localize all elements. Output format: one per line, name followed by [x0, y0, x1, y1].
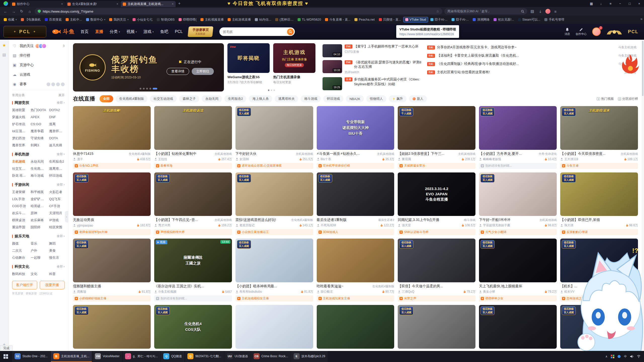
bookmark-item[interactable]: 哔哩哔哩(	[177, 17, 198, 23]
live-card[interactable]: 2023.3.31-4.2EVO JAPAN斗鱼全程直播 回顾纪篇,3.31上午…	[398, 172, 475, 235]
live-card[interactable]: 佰石协纵 百人成就	[479, 305, 557, 351]
news-item[interactable]: 热帖 分享你的4月游戏推荐!百元京东卡、游戏周边等你拿~ 斗鱼主机游戏	[427, 45, 636, 50]
stream-title[interactable]: 下午好~开船!冲冲冲	[479, 218, 538, 222]
sidebar-category[interactable]: 穿越火线	[11, 114, 29, 121]
stream-category-tag[interactable]: 主机其他游戏	[377, 152, 394, 156]
sidebar-category[interactable]: 魔兽怀旧服	[48, 128, 66, 135]
taskbar-app[interactable]: E 泼外岛桶Epic3.29	[291, 351, 328, 362]
start-button[interactable]	[0, 351, 12, 362]
pin-blue-icon[interactable]	[618, 355, 621, 358]
news-thumbnail[interactable]: 04:10	[323, 44, 342, 57]
sidebar-category[interactable]: 格斗游戏	[29, 172, 48, 179]
sidebar-category[interactable]: 卧龙:苍...	[11, 172, 29, 179]
stream-thumbnail[interactable]: 薩爾達傳說王國之淚 视频 13:44	[154, 239, 232, 282]
browser-tab[interactable]: 主机游戏直播_主机游戏... ×	[121, 1, 176, 7]
news-title[interactable]: 《蓓优妮塔起源:瑟蕾莎与迷失的恶魔》评测8分:左右互搏	[354, 60, 423, 69]
section-more-link[interactable]: 全部 ›	[57, 101, 65, 105]
stream-title[interactable]: 天上飞机最快,地上眼镜最坏	[479, 284, 557, 289]
bookmark-item[interactable]: VTube Stud	[403, 17, 428, 22]
streamer-name[interactable]: 珠大强	[560, 223, 624, 228]
sidebar-category[interactable]: QQ飞车	[48, 196, 66, 203]
site-logo[interactable]: 斗鱼	[52, 28, 75, 35]
bookmark-item[interactable]: 收藏 ▾	[2, 17, 19, 23]
stream-thumbnail[interactable]: 佰石协纵 百人成就	[560, 239, 638, 282]
main-carousel-banner[interactable]: FISHING 俄罗斯钓鱼 丰收榜 活动时间:2023-03-10 正在进行中	[73, 43, 224, 92]
sidebar-category[interactable]: 主机游戏	[11, 158, 29, 165]
sidebar-category[interactable]: 炉石传说	[11, 121, 29, 128]
streamer-name[interactable]: Biu十香	[317, 157, 381, 161]
stream-title[interactable]: 震惊!这游戏居然这么好玩!	[235, 218, 290, 222]
live-card[interactable]: 佰石协纵 百人成就 下午好好大伙 主机其他游戏	[235, 106, 313, 169]
stream-thumbnail[interactable]	[235, 305, 313, 349]
stream-title[interactable]: 【双倍】今天做个温柔的男...	[398, 284, 475, 289]
section-more-link[interactable]: 全部 ›	[57, 152, 65, 156]
news-thumbnail[interactable]: 19:25	[323, 77, 342, 90]
messages-button[interactable]: 消息	[565, 28, 570, 36]
banner-go-button[interactable]: 立即前往	[192, 68, 214, 75]
live-card[interactable]: 佰石协纵 百人成就	[560, 305, 638, 351]
scrollbar[interactable]	[641, 40, 644, 351]
banner-details-button[interactable]: 查看详情	[167, 68, 189, 75]
carousel-dot[interactable]	[273, 89, 275, 91]
sidebar-category[interactable]: 金铲铲之战	[29, 196, 48, 203]
stream-thumbnail[interactable]: 佰石协纵 百人成就	[398, 305, 475, 349]
sub-banner[interactable]: 主机游戏 热门主播 直播录像 每日实时更新 热门主机直播录像 每日实时更新	[273, 43, 315, 87]
streamer-name[interactable]: 机长VV	[560, 290, 638, 294]
sub-banner-card[interactable]: 主机游戏 热门主播 直播录像 每日实时更新	[273, 43, 315, 73]
stream-title[interactable]: 休息中71415	[73, 152, 127, 156]
stream-thumbnail[interactable]: 主机游戏!起念	[154, 106, 232, 150]
stream-category-tag[interactable]: 主机其他游戏	[539, 218, 557, 222]
stream-title[interactable]: 《塞尔达传说 王国之泪》实机...	[154, 284, 232, 289]
live-card[interactable]: 佰石协纵 百人成就 【双倍】今天做个温柔的男...	[398, 239, 475, 301]
carousel-dot[interactable]	[146, 88, 148, 89]
sidebar-category[interactable]: 美食	[48, 247, 66, 254]
taskbar-app[interactable]: UU UU加速器	[224, 351, 251, 362]
browser-avatar[interactable]	[545, 9, 550, 14]
sidebar-category[interactable]: COD手游	[11, 203, 29, 210]
bookmark-item[interactable]: 主机中...	[64, 17, 84, 23]
sidebar-category[interactable]: APEX	[29, 114, 48, 121]
tab-close-icon[interactable]: ×	[61, 2, 63, 6]
live-card[interactable]: 佰石协纵 百人成就 下午好~开船!冲冲冲 主机其他游戏	[479, 172, 557, 235]
stream-thumbnail[interactable]: 佰石协纵 百人成就	[479, 106, 557, 150]
live-card[interactable]: 佰石协纵 百人成就 天上飞机最快,地上眼镜最坏	[479, 239, 557, 301]
news-item[interactable]: 19:25 直播 多功能高速服务区+中式田园小村庄《Cities: Skylin…	[323, 77, 423, 90]
stream-thumbnail[interactable]: 佰石协纵 百人成就	[73, 239, 151, 282]
sub-banner[interactable]: Vme 即将揭晓 WeGame游戏之夜S5 3月28日 7款大作等你解锁	[227, 43, 270, 87]
bookmark-item[interactable]: 斗鱼直播 - 直...	[323, 17, 352, 23]
streamer-name[interactable]: 布布布bubububu	[235, 290, 299, 294]
streamer-name[interactable]: 斗鱼主机视频	[154, 290, 220, 294]
stream-thumbnail[interactable]: 佰石协纵 百人成就	[398, 239, 475, 282]
carousel-dot[interactable]	[153, 88, 157, 89]
category-pill[interactable]: 逃离塔科夫	[275, 95, 298, 102]
stream-thumbnail[interactable]: 佰石协纵 百人成就	[479, 172, 557, 216]
scrollbar-thumb[interactable]	[642, 41, 643, 96]
sidebar-category[interactable]: 心动舞台	[11, 254, 29, 261]
category-pill[interactable]: 怪物猎人	[366, 95, 386, 102]
sidebar-category[interactable]: 数码科技	[11, 270, 29, 278]
live-card[interactable]: 佰石协纵 百人成就 儒雅随和醋值主播	[73, 239, 151, 301]
browser-tab[interactable]: 创作中心 ×	[10, 1, 65, 7]
live-card[interactable]: 佰石协纵 千人成就 【姐姐2.5倍亲密度】下午三... 主机其他游戏	[398, 106, 475, 169]
ime-indicator[interactable]: 中	[624, 354, 627, 359]
news-title[interactable]: 【黄宇】上手机躺韩书包掌了一悲单大心坏	[354, 44, 419, 49]
stream-thumbnail[interactable]	[317, 305, 394, 349]
streamer-name[interactable]: 略略略老妖怪	[479, 157, 543, 161]
carousel-dot[interactable]	[143, 88, 145, 89]
screenshot-icon[interactable]: ▨	[529, 9, 535, 14]
stream-category-tag[interactable]: 主机其他游戏	[621, 152, 638, 156]
live-card[interactable]: 佰石协纵 百人成就 【小奶团】下午四点见~音... 主机其他游戏	[154, 172, 232, 235]
stream-thumbnail[interactable]: 佰石协纵 百人成就	[235, 106, 313, 150]
taskbar-app[interactable]: VM VoiceMeeter	[92, 351, 122, 362]
bookmark-item[interactable]: 主机视频直播	[199, 17, 225, 23]
nav-item[interactable]: 首页	[80, 29, 89, 34]
bookmark-item[interactable]: TL-WDR5620	[296, 17, 323, 22]
section-link[interactable]: 分区排行榜	[618, 97, 638, 101]
stream-title[interactable]: ⚡斗鱼第一画质⚡钻粉永久...	[317, 152, 376, 156]
sidebar-action-button[interactable]: 我要开播	[40, 281, 65, 289]
browser-logo-icon[interactable]	[4, 1, 8, 6]
bookmark-item[interactable]: 我的关注 ▾	[107, 17, 130, 23]
sidebar-category[interactable]: 永劫无间	[29, 158, 48, 165]
sidebar-item[interactable]: 云游戏	[9, 70, 68, 79]
taskbar-app[interactable]: 鱼 主机游戏直播_主机...	[51, 351, 92, 362]
